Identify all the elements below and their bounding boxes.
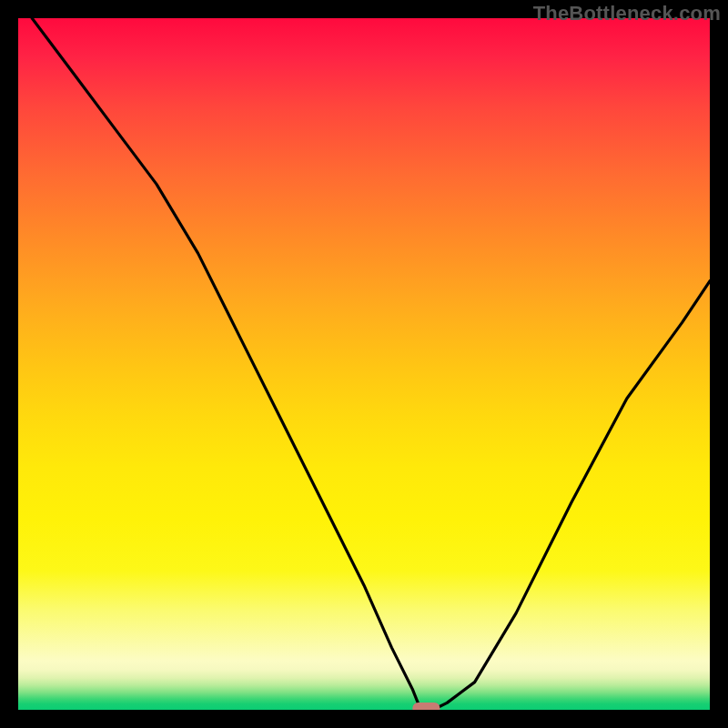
watermark-text: TheBottleneck.com: [533, 2, 721, 25]
optimal-marker: [412, 703, 440, 710]
plot-area: [18, 18, 710, 710]
chart-svg: [18, 18, 710, 710]
bottleneck-curve: [32, 18, 710, 710]
chart-frame: TheBottleneck.com: [0, 0, 728, 728]
